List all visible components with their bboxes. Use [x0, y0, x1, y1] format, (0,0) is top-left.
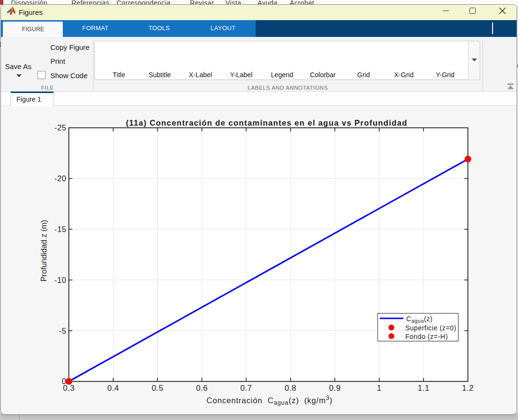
svg-text:Fondo (z=-H): Fondo (z=-H): [405, 333, 448, 340]
svg-text:0.8: 0.8: [285, 384, 296, 392]
svg-text:-10: -10: [54, 276, 66, 284]
svg-text:1.2: 1.2: [462, 384, 473, 392]
svg-text:0.7: 0.7: [240, 384, 252, 392]
svg-text:-5: -5: [59, 327, 67, 335]
svg-text:-15: -15: [54, 225, 66, 233]
svg-text:0.4: 0.4: [107, 384, 119, 392]
svg-text:0.9: 0.9: [329, 384, 341, 392]
svg-text:1: 1: [377, 384, 382, 392]
svg-text:1.1: 1.1: [418, 384, 429, 392]
svg-text:-25: -25: [54, 123, 66, 132]
svg-text:Profundidad z (m): Profundidad z (m): [39, 220, 48, 282]
svg-text:Concentración Cagua(z) (kg/m: Concentración Cagua(z) (kg/m3): [206, 395, 332, 407]
svg-text:(11a) Concentración de contami: (11a) Concentración de contaminantes en …: [126, 118, 408, 127]
svg-text:-20: -20: [54, 174, 66, 183]
svg-text:0.3: 0.3: [63, 384, 74, 392]
svg-text:Superficie (z=0): Superficie (z=0): [405, 324, 456, 332]
svg-text:0.6: 0.6: [196, 384, 208, 392]
svg-text:0.5: 0.5: [152, 384, 163, 392]
